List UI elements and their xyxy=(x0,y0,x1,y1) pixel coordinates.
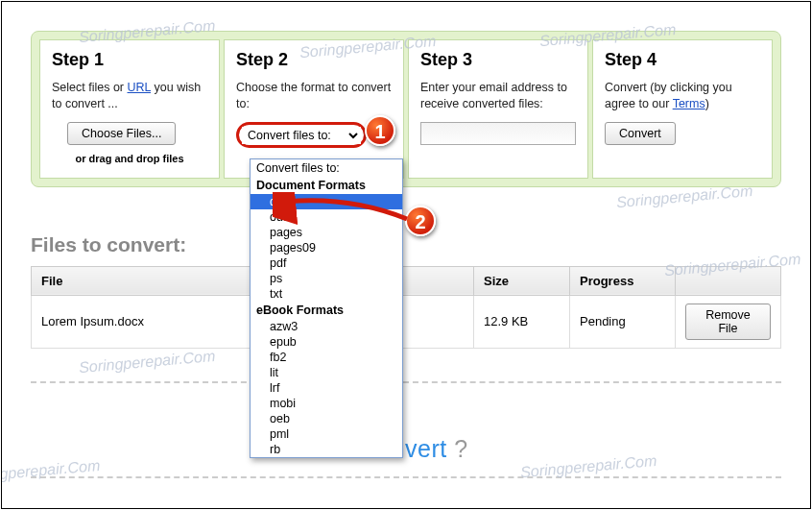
files-table: File Size Progress Lorem Ipsum.docx 12.9… xyxy=(31,266,781,349)
remove-file-button[interactable]: Remove File xyxy=(685,304,771,340)
drag-drop-hint: or drag and drop files xyxy=(52,153,207,164)
bottom-text: e convert ? xyxy=(31,435,781,463)
step-3-text: Enter your email address to receive conv… xyxy=(420,80,576,112)
app-frame: Soringperepair.Com Soringperepair.Com So… xyxy=(1,1,811,509)
dropdown-item-lit[interactable]: lit xyxy=(251,365,402,380)
arrow-icon xyxy=(273,192,413,227)
dropdown-item-pages[interactable]: pages xyxy=(251,225,402,240)
dropdown-item-pml[interactable]: pml xyxy=(251,426,402,442)
steps-bar: Step 1 Select files or URL you wish to c… xyxy=(31,31,781,187)
dropdown-group-ebook: eBook Formats xyxy=(251,302,402,319)
terms-link[interactable]: Terms xyxy=(673,97,705,110)
col-actions xyxy=(676,266,781,295)
step-2-text: Choose the format to convert to: xyxy=(236,80,392,112)
email-field[interactable] xyxy=(420,122,576,145)
step-3-title: Step 3 xyxy=(420,50,576,70)
step-4-title: Step 4 xyxy=(605,50,760,70)
step-3: Step 3 Enter your email address to recei… xyxy=(408,39,588,179)
table-header-row: File Size Progress xyxy=(32,266,781,295)
format-select-highlight: Convert files to: xyxy=(236,122,367,148)
dropdown-item-txt[interactable]: txt xyxy=(251,286,402,302)
step-1-text: Select files or URL you wish to convert … xyxy=(52,80,207,112)
table-row: Lorem Ipsum.docx 12.9 KB Pending Remove … xyxy=(32,295,781,348)
cell-actions: Remove File xyxy=(676,295,781,348)
step-2-title: Step 2 xyxy=(236,50,392,70)
step-4: Step 4 Convert (by clicking you agree to… xyxy=(592,39,773,179)
col-progress: Progress xyxy=(570,266,676,295)
dropdown-item-oeb[interactable]: oeb xyxy=(251,411,402,426)
dropdown-placeholder[interactable]: Convert files to: xyxy=(251,159,402,177)
dropdown-item-fb2[interactable]: fb2 xyxy=(251,350,402,365)
choose-files-button[interactable]: Choose Files... xyxy=(67,122,176,145)
cell-progress: Pending xyxy=(570,295,676,348)
format-select[interactable]: Convert files to: xyxy=(242,127,361,144)
dropdown-item-pdf[interactable]: pdf xyxy=(251,255,402,271)
step-4-text: Convert (by clicking you agree to our Te… xyxy=(605,80,760,112)
url-link[interactable]: URL xyxy=(128,81,152,94)
cell-size: 12.9 KB xyxy=(474,295,570,348)
step-1: Step 1 Select files or URL you wish to c… xyxy=(39,39,220,179)
dropdown-item-pages09[interactable]: pages09 xyxy=(251,240,402,255)
watermark: Soringperepair.Com xyxy=(78,348,216,376)
dropdown-item-epub[interactable]: epub xyxy=(251,334,402,350)
convert-button[interactable]: Convert xyxy=(605,122,676,145)
dropdown-item-ps[interactable]: ps xyxy=(251,271,402,286)
callout-badge-1: 1 xyxy=(365,115,395,146)
dropdown-item-rb[interactable]: rb xyxy=(251,442,402,457)
col-size: Size xyxy=(474,266,570,295)
dropdown-item-azw3[interactable]: azw3 xyxy=(251,319,402,334)
dropdown-item-lrf[interactable]: lrf xyxy=(251,380,402,396)
dropdown-item-mobi[interactable]: mobi xyxy=(251,396,402,411)
files-title: Files to convert: xyxy=(31,233,781,256)
bottom-strip: e convert ? xyxy=(31,381,781,478)
step-1-title: Step 1 xyxy=(52,50,207,70)
